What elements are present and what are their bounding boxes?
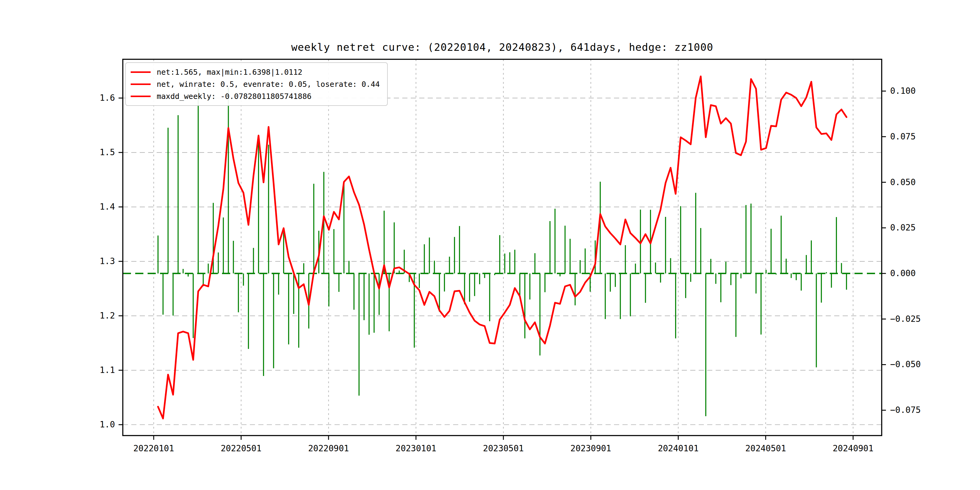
x-tick-label: 20240901	[833, 444, 873, 453]
left-tick-label: 1.4	[100, 202, 115, 212]
weekly-return-bars	[158, 88, 846, 416]
x-tick-label: 20240101	[658, 444, 699, 453]
legend-item-winrate: net, winrate: 0.5, evenrate: 0.05, loser…	[130, 78, 380, 90]
right-tick-label: 0.025	[890, 223, 916, 232]
left-tick-label: 1.0	[100, 420, 115, 430]
net-line	[158, 76, 846, 418]
plot-frame	[123, 59, 882, 436]
right-tick-label: 0.000	[890, 268, 916, 278]
red-line-swatch-icon	[130, 83, 151, 85]
left-tick-label: 1.1	[100, 365, 115, 375]
x-tick-label: 20220901	[308, 444, 349, 453]
legend-label: net, winrate: 0.5, evenrate: 0.05, loser…	[157, 80, 380, 89]
x-tick-label: 20230501	[483, 444, 524, 453]
legend-item-net: net:1.565, max|min:1.6398|1.0112	[130, 66, 380, 78]
left-tick-label: 1.3	[100, 256, 115, 266]
x-tick-label: 20230101	[396, 444, 436, 453]
x-tick-label: 20240501	[745, 444, 786, 453]
right-tick-label: −0.075	[890, 405, 921, 415]
right-tick-label: −0.025	[890, 314, 921, 324]
x-tick-label: 20220501	[221, 444, 262, 453]
left-tick-label: 1.5	[100, 147, 115, 157]
red-line-swatch-icon	[130, 72, 151, 73]
right-tick-label: 0.075	[890, 132, 916, 142]
left-tick-label: 1.6	[100, 93, 115, 103]
x-tick-label: 20220101	[134, 444, 174, 453]
legend-label: net:1.565, max|min:1.6398|1.0112	[157, 68, 302, 76]
figure: weekly netret curve: (20220104, 20240823…	[0, 0, 980, 490]
legend-label: maxdd_weekly: -0.07828011805741886	[157, 92, 312, 101]
right-tick-label: −0.050	[890, 360, 921, 369]
legend: net:1.565, max|min:1.6398|1.0112 net, wi…	[125, 62, 388, 106]
red-line-swatch-icon	[130, 95, 151, 97]
x-tick-label: 20230901	[570, 444, 611, 453]
right-tick-label: 0.100	[890, 86, 916, 96]
right-tick-label: 0.050	[890, 177, 916, 187]
legend-item-maxdd: maxdd_weekly: -0.07828011805741886	[130, 90, 380, 102]
left-tick-label: 1.2	[100, 311, 115, 321]
